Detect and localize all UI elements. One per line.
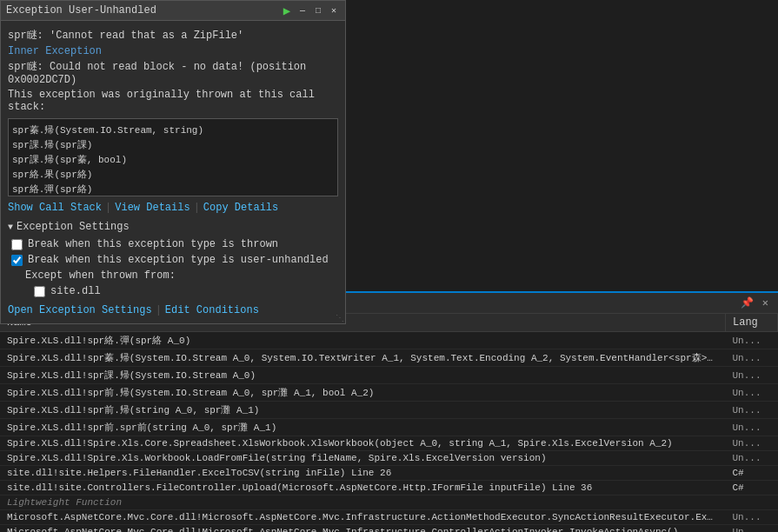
break-unhandled-checkbox[interactable] (11, 255, 23, 266)
table-row[interactable]: Spire.XLS.dll!spr前.spr前(string A_0, spr灘… (0, 419, 778, 436)
stack-table[interactable]: Name Lang Spire.XLS.dll!spr絡.彈(spr絡 A_0)… (0, 314, 778, 532)
site-dll-row: site.dll (8, 285, 338, 297)
stack-row-name-1: Spire.XLS.dll!spr蓁.帰(System.IO.Stream A_… (0, 349, 726, 367)
call-stack-item-3: spr絡.果(spr絡) (12, 167, 334, 182)
stack-row-lang-11: Un... (726, 510, 778, 525)
table-row[interactable]: Spire.XLS.dll!Spire.Xls.Workbook.LoadFro… (0, 451, 778, 466)
site-dll-label: site.dll (50, 285, 101, 297)
break-thrown-checkbox[interactable] (11, 239, 23, 250)
call-stack-item-1: spr課.帰(spr課) (12, 137, 334, 152)
stack-row-lang-10 (726, 495, 778, 510)
stack-row-lang-8: C# (726, 466, 778, 481)
table-row[interactable]: Spire.XLS.dll!spr蓁.帰(System.IO.Stream A_… (0, 349, 778, 367)
minimize-button[interactable]: — (296, 4, 309, 17)
stack-row-lang-9: C# (726, 481, 778, 495)
bottom-links: Open Exception Settings | Edit Condition… (8, 303, 338, 316)
play-button[interactable]: ▶ (281, 4, 293, 17)
inner-exception-label: Inner Exception (8, 45, 338, 57)
stack-row-name-4: Spire.XLS.dll!spr前.帰(string A_0, spr灘 A_… (0, 402, 726, 419)
stack-row-name-10: Lightweight Function (0, 495, 726, 510)
open-exception-settings-link[interactable]: Open Exception Settings (8, 304, 152, 316)
error-line-2: spr瞇: Could not read block - no data! (p… (8, 59, 338, 86)
stack-row-lang-5: Un... (726, 419, 778, 436)
stack-row-lang-12: Un... (726, 525, 778, 533)
table-row[interactable]: Lightweight Function (0, 495, 778, 510)
stack-close-button[interactable]: ✕ (760, 296, 771, 310)
site-dll-checkbox[interactable] (34, 286, 45, 297)
call-stack-box[interactable]: spr蓁.帰(System.IO.Stream, string) spr課.帰(… (8, 118, 338, 196)
stack-row-lang-0: Un... (726, 332, 778, 349)
stack-row-lang-7: Un... (726, 451, 778, 466)
break-unhandled-row: Break when this exception type is user-u… (8, 254, 338, 266)
edit-conditions-link[interactable]: Edit Conditions (165, 304, 259, 316)
exception-settings-header: ▼ Exception Settings (8, 221, 338, 233)
sep-2: | (194, 202, 200, 214)
stack-row-name-12: Microsoft.AspNetCore.Mvc.Core.dll!Micros… (0, 525, 726, 533)
stack-panel: Stack 📌 ✕ Name Lang Spire.XLS.dll!spr絡.彈… (0, 291, 778, 532)
stack-row-name-3: Spire.XLS.dll!spr前.帰(System.IO.Stream A_… (0, 384, 726, 402)
pin-button[interactable]: 📌 (738, 296, 756, 310)
dialog-title: Exception User-Unhandled (6, 4, 156, 17)
close-button[interactable]: ✕ (328, 4, 340, 17)
dialog-titlebar: Exception User-Unhandled ▶ — □ ✕ (1, 1, 345, 21)
table-row[interactable]: Microsoft.AspNetCore.Mvc.Core.dll!Micros… (0, 510, 778, 525)
stack-row-name-11: Microsoft.AspNetCore.Mvc.Core.dll!Micros… (0, 510, 726, 525)
dialog-body: spr瞇: 'Cannot read that as a ZipFile' In… (1, 21, 345, 323)
dark-middle-area (346, 0, 778, 291)
break-thrown-label: Break when this exception type is thrown (28, 238, 278, 250)
table-row[interactable]: Spire.XLS.dll!spr課.帰(System.IO.Stream A_… (0, 367, 778, 384)
column-lang: Lang (726, 314, 778, 332)
copy-details-link[interactable]: Copy Details (203, 202, 278, 214)
stack-row-lang-6: Un... (726, 436, 778, 451)
table-row[interactable]: site.dll!site.Helpers.FileHandler.ExcelT… (0, 466, 778, 481)
table-row[interactable]: Microsoft.AspNetCore.Mvc.Core.dll!Micros… (0, 525, 778, 533)
stack-row-lang-3: Un... (726, 384, 778, 402)
except-when-label: Except when thrown from: (8, 269, 338, 282)
titlebar-buttons: ▶ — □ ✕ (281, 4, 340, 17)
stack-header-text: This exception was originally thrown at … (8, 89, 338, 113)
stack-row-name-6: Spire.XLS.dll!Spire.Xls.Core.Spreadsheet… (0, 436, 726, 451)
break-unhandled-label: Break when this exception type is user-u… (28, 254, 329, 266)
stack-row-name-9: site.dll!site.Controllers.FileController… (0, 481, 726, 495)
table-row[interactable]: Spire.XLS.dll!spr前.帰(string A_0, spr灘 A_… (0, 402, 778, 419)
dialog-links: Show Call Stack | View Details | Copy De… (8, 202, 338, 214)
resize-handle[interactable]: ⋱ (335, 313, 345, 323)
stack-row-name-2: Spire.XLS.dll!spr課.帰(System.IO.Stream A_… (0, 367, 726, 384)
sep-3: | (156, 304, 162, 316)
table-row[interactable]: Spire.XLS.dll!spr前.帰(System.IO.Stream A_… (0, 384, 778, 402)
stack-row-lang-4: Un... (726, 402, 778, 419)
exception-dialog: Exception User-Unhandled ▶ — □ ✕ spr瞇: '… (0, 0, 346, 324)
stack-row-name-5: Spire.XLS.dll!spr前.spr前(string A_0, spr灘… (0, 419, 726, 436)
stack-panel-controls: 📌 ✕ (738, 296, 771, 310)
stack-row-name-7: Spire.XLS.dll!Spire.Xls.Workbook.LoadFro… (0, 451, 726, 466)
show-call-stack-link[interactable]: Show Call Stack (8, 202, 102, 214)
break-thrown-row: Break when this exception type is thrown (8, 238, 338, 250)
stack-row-name-0: Spire.XLS.dll!spr絡.彈(spr絡 A_0) (0, 332, 726, 349)
maximize-button[interactable]: □ (312, 4, 324, 17)
table-row[interactable]: site.dll!site.Controllers.FileController… (0, 481, 778, 495)
sep-1: | (105, 202, 111, 214)
table-row[interactable]: Spire.XLS.dll!Spire.Xls.Core.Spreadsheet… (0, 436, 778, 451)
exception-settings-label: Exception Settings (17, 221, 130, 233)
error-line-1: spr瞇: 'Cannot read that as a ZipFile' (8, 28, 338, 43)
stack-row-lang-2: Un... (726, 367, 778, 384)
stack-row-lang-1: Un... (726, 349, 778, 367)
view-details-link[interactable]: View Details (115, 202, 190, 214)
table-row[interactable]: Spire.XLS.dll!spr絡.彈(spr絡 A_0)Un... (0, 332, 778, 349)
call-stack-item-4: spr絡.彈(spr絡) (12, 182, 334, 196)
triangle-icon: ▼ (8, 223, 13, 232)
call-stack-item-0: spr蓁.帰(System.IO.Stream, string) (12, 123, 334, 137)
stack-row-name-8: site.dll!site.Helpers.FileHandler.ExcelT… (0, 466, 726, 481)
call-stack-item-2: spr課.帰(spr蓁, bool) (12, 152, 334, 167)
